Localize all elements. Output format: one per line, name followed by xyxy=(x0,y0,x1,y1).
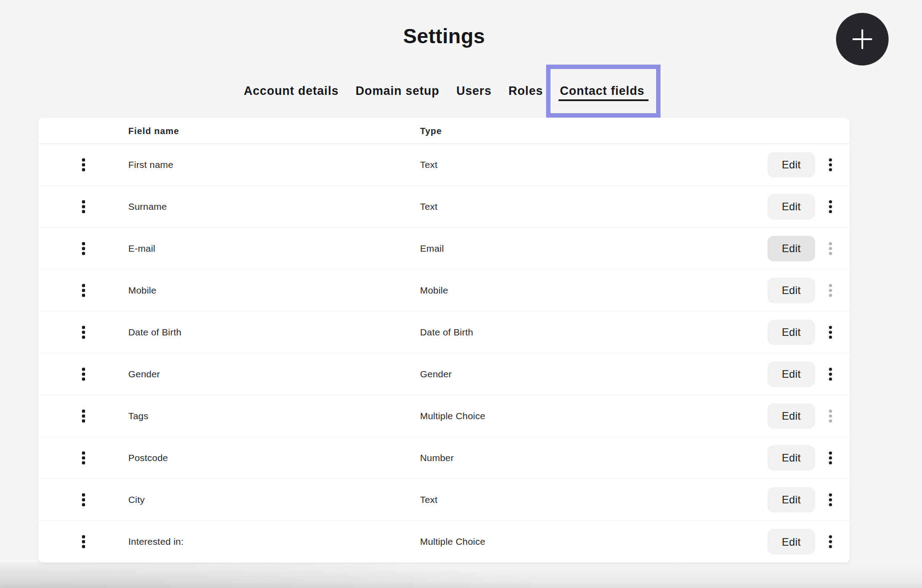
edit-button[interactable]: Edit xyxy=(767,529,815,555)
settings-page: Settings Account detailsDomain setupUser… xyxy=(38,0,850,588)
field-name-cell: E-mail xyxy=(128,243,155,254)
drag-handle-icon[interactable] xyxy=(82,242,85,255)
edit-button[interactable]: Edit xyxy=(767,236,815,261)
drag-handle-icon[interactable] xyxy=(82,409,85,422)
field-type-cell: Text xyxy=(420,494,437,505)
column-header-type: Type xyxy=(420,126,442,136)
tab-label: Roles xyxy=(508,84,543,98)
edit-button[interactable]: Edit xyxy=(767,319,815,345)
add-field-button[interactable] xyxy=(836,13,889,65)
tab-contact-fields[interactable]: Contact fields xyxy=(560,84,645,101)
field-type-cell: Number xyxy=(420,453,454,463)
field-type-cell: Text xyxy=(420,201,437,212)
tab-users[interactable]: Users xyxy=(456,84,491,98)
fields-table-body: First nameTextEditSurnameTextEditE-mailE… xyxy=(38,144,850,563)
kebab-menu-icon[interactable] xyxy=(827,198,834,215)
kebab-menu-icon[interactable] xyxy=(827,491,834,508)
tab-roles[interactable]: Roles xyxy=(508,84,543,98)
table-row: MobileMobileEdit xyxy=(38,270,850,311)
kebab-menu-icon xyxy=(827,282,834,298)
field-type-cell: Gender xyxy=(420,369,452,380)
field-type-cell: Multiple Choice xyxy=(420,411,485,421)
table-row: Date of BirthDate of BirthEdit xyxy=(38,311,850,353)
tab-account-details[interactable]: Account details xyxy=(244,84,339,98)
drag-handle-icon[interactable] xyxy=(82,326,85,339)
edit-button[interactable]: Edit xyxy=(767,152,815,177)
kebab-menu-icon[interactable] xyxy=(827,156,834,173)
field-name-cell: First name xyxy=(128,159,173,170)
field-name-cell: Postcode xyxy=(128,453,168,463)
edit-button[interactable]: Edit xyxy=(767,278,815,303)
table-row: SurnameTextEdit xyxy=(38,186,850,228)
kebab-menu-icon xyxy=(827,240,834,257)
kebab-menu-icon[interactable] xyxy=(827,366,834,382)
field-name-cell: Tags xyxy=(128,411,148,421)
settings-tabs: Account detailsDomain setupUsersRolesCon… xyxy=(38,84,850,101)
active-tab-underline xyxy=(559,99,649,101)
field-name-cell: Surname xyxy=(128,201,167,212)
drag-handle-icon[interactable] xyxy=(82,200,85,213)
page-title: Settings xyxy=(38,24,850,48)
plus-icon xyxy=(836,13,889,65)
tab-label: Contact fields xyxy=(560,84,645,98)
field-type-cell: Date of Birth xyxy=(420,327,473,338)
kebab-menu-icon[interactable] xyxy=(827,534,834,550)
column-header-field-name: Field name xyxy=(128,126,179,136)
field-name-cell: Gender xyxy=(128,369,160,380)
table-row: E-mailEmailEdit xyxy=(38,228,850,270)
drag-handle-icon[interactable] xyxy=(82,368,85,380)
drag-handle-icon[interactable] xyxy=(82,451,85,464)
table-row: PostcodeNumberEdit xyxy=(38,437,850,479)
kebab-menu-icon[interactable] xyxy=(827,449,834,466)
table-row: CityTextEdit xyxy=(38,479,850,521)
drag-handle-icon[interactable] xyxy=(82,158,85,171)
drag-handle-icon[interactable] xyxy=(82,535,85,548)
table-row: Interested in:Multiple ChoiceEdit xyxy=(38,521,850,563)
field-name-cell: Interested in: xyxy=(128,536,184,547)
tab-label: Account details xyxy=(244,84,339,98)
table-header-row: Field name Type xyxy=(38,118,850,144)
tab-label: Users xyxy=(456,84,491,98)
field-type-cell: Text xyxy=(420,159,437,170)
edit-button[interactable]: Edit xyxy=(767,445,815,470)
drag-handle-icon[interactable] xyxy=(82,284,85,297)
table-row: TagsMultiple ChoiceEdit xyxy=(38,395,850,437)
edit-button[interactable]: Edit xyxy=(767,403,815,429)
edit-button[interactable]: Edit xyxy=(767,487,815,512)
field-type-cell: Multiple Choice xyxy=(420,536,485,547)
edit-button[interactable]: Edit xyxy=(767,194,815,219)
field-name-cell: City xyxy=(128,494,145,505)
field-type-cell: Email xyxy=(420,243,444,254)
tab-domain-setup[interactable]: Domain setup xyxy=(355,84,439,98)
table-row: GenderGenderEdit xyxy=(38,353,850,395)
field-name-cell: Date of Birth xyxy=(128,327,181,338)
edit-button[interactable]: Edit xyxy=(767,361,815,387)
kebab-menu-icon xyxy=(827,408,834,424)
table-row: First nameTextEdit xyxy=(38,144,850,186)
kebab-menu-icon[interactable] xyxy=(827,324,834,340)
field-type-cell: Mobile xyxy=(420,285,448,296)
drag-handle-icon[interactable] xyxy=(82,493,85,506)
field-name-cell: Mobile xyxy=(128,285,156,296)
tab-label: Domain setup xyxy=(355,84,439,98)
contact-fields-table: Field name Type First nameTextEditSurnam… xyxy=(38,118,850,563)
